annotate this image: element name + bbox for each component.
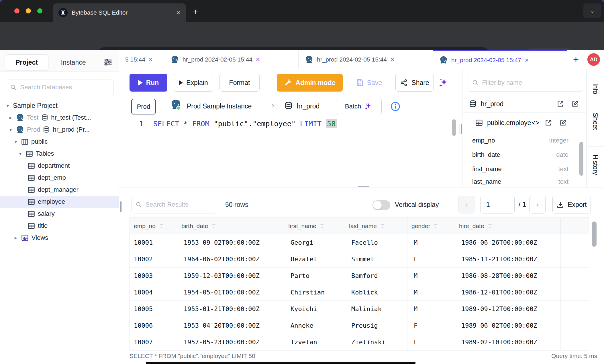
schema-filter[interactable]	[468, 74, 583, 92]
column-header[interactable]: first_name	[284, 218, 345, 234]
caret-right-icon[interactable]: ▸	[13, 235, 18, 241]
schema-table-row[interactable]: public.employe <>	[462, 115, 586, 130]
schema-scrollbar[interactable]	[579, 142, 583, 176]
edit-icon[interactable]	[571, 100, 579, 108]
sort-icon[interactable]	[158, 223, 165, 229]
admin-mode-button[interactable]: Admin mode	[277, 74, 343, 92]
sort-icon[interactable]	[211, 223, 217, 229]
caret-down-icon[interactable]: ▾	[13, 139, 18, 145]
format-button[interactable]: Format	[219, 74, 260, 92]
editor-tab[interactable]: hr_prod 2024-02-05 15:44 ×	[164, 50, 298, 69]
close-icon[interactable]: ×	[256, 56, 260, 64]
editor-tab-active[interactable]: hr_prod 2024-02-05 15:47 ×	[433, 50, 567, 69]
export-button[interactable]: Export	[552, 196, 591, 213]
zoom-window-button[interactable]	[37, 8, 42, 13]
results-scrollbar[interactable]	[592, 221, 597, 247]
schema-database-row[interactable]: hr_prod	[462, 96, 586, 111]
close-window-button[interactable]	[14, 8, 19, 13]
tree-item-tables-group[interactable]: ▾ Tables	[0, 148, 119, 160]
splitter-handle[interactable]	[358, 188, 369, 188]
breadcrumb-database[interactable]: hr_prod	[297, 102, 319, 110]
explain-button[interactable]: Explain	[174, 74, 213, 92]
column-header[interactable]: emp_no	[130, 218, 177, 234]
run-button[interactable]: Run	[130, 74, 167, 92]
sql-code-line[interactable]: SELECT * FROM "public"."employee" LIMIT …	[153, 120, 337, 128]
table-row[interactable]: 100021964-06-02T00:00:00ZBezalelSimmelF1…	[130, 251, 589, 268]
table-row[interactable]: 100031959-12-03T00:00:00ZPartoBamfordM19…	[130, 268, 589, 284]
tree-item-table[interactable]: salary	[0, 208, 119, 220]
column-header[interactable]: last_name	[345, 218, 407, 234]
column-header[interactable]: birth_date	[177, 218, 284, 234]
column-row[interactable]: emp_no integer	[462, 133, 577, 148]
editor-scrollbar[interactable]	[452, 119, 456, 136]
caret-down-icon[interactable]: ▾	[18, 151, 23, 157]
ai-sparkle-icon[interactable]	[438, 77, 449, 89]
table-row[interactable]: 100011953-09-02T00:00:00ZGeorgiFacelloM1…	[130, 234, 589, 251]
results-search[interactable]	[131, 196, 216, 213]
filter-by-name-input[interactable]	[482, 79, 579, 86]
caret-down-icon[interactable]: ▾	[5, 103, 10, 109]
sidebar-resize-handle[interactable]	[120, 201, 121, 212]
sidebar-resize-handle[interactable]	[121, 201, 122, 212]
caret-down-icon[interactable]: ▾	[8, 127, 13, 133]
next-page-button[interactable]: ›	[530, 196, 546, 213]
tab-history[interactable]: History	[586, 151, 604, 179]
tab-instance[interactable]: Instance	[53, 54, 93, 70]
filter-settings-icon[interactable]	[103, 57, 113, 67]
new-tab-button[interactable]: +	[193, 7, 198, 17]
column-header[interactable]: gender	[407, 218, 455, 234]
sort-icon[interactable]	[380, 223, 386, 229]
splitter-handle[interactable]	[358, 186, 369, 187]
tree-item-schema-public[interactable]: ▾ public	[0, 136, 119, 148]
page-number-input[interactable]	[480, 196, 515, 213]
table-row[interactable]: 100041954-05-01T00:00:00ZChirstianKoblic…	[130, 284, 589, 301]
tree-item-project[interactable]: ▾ Sample Project	[0, 100, 119, 112]
table-row[interactable]: 100051955-01-21T00:00:00ZKyoichiMaliniak…	[130, 301, 589, 317]
table-row[interactable]: 100061953-04-20T00:00:00ZAnnekePreusigF1…	[130, 317, 589, 334]
breadcrumb-instance[interactable]: Prod Sample Instance	[187, 102, 252, 110]
tree-item-test-db[interactable]: ▸ Test hr_test (Test...	[0, 112, 119, 124]
editor-tab[interactable]: 5 15:44 ×	[119, 50, 164, 69]
search-results-input[interactable]	[146, 201, 212, 208]
external-link-icon[interactable]	[544, 119, 552, 127]
sort-icon[interactable]	[487, 223, 493, 229]
editor-tab[interactable]: hr_prod 2024-02-05 15:44 ×	[298, 50, 433, 69]
batch-button[interactable]: Batch	[336, 98, 382, 115]
tab-search-chevron[interactable]: ⌄	[583, 3, 601, 18]
tree-item-table[interactable]: department	[0, 160, 119, 172]
sort-icon[interactable]	[319, 223, 325, 229]
prev-page-button[interactable]: ‹	[458, 196, 474, 213]
external-link-icon[interactable]	[556, 100, 564, 108]
table-row[interactable]: 100071957-05-23T00:00:00ZTzvetanZielinsk…	[130, 334, 589, 351]
edit-icon[interactable]	[559, 119, 567, 127]
sort-icon[interactable]	[433, 223, 439, 229]
tree-item-table[interactable]: title	[0, 220, 119, 232]
column-header[interactable]: hire_date	[455, 218, 561, 234]
close-tab-icon[interactable]: ×	[176, 8, 181, 17]
column-row[interactable]: first_name text	[462, 162, 577, 176]
tree-item-views-group[interactable]: ▸ Views	[0, 232, 119, 244]
browser-tab[interactable]: ♜ Bytebase SQL Editor ×	[53, 3, 186, 22]
vertical-display-toggle[interactable]	[372, 200, 390, 210]
panel-resize-handle[interactable]	[460, 124, 460, 134]
tree-item-table[interactable]: dept_emp	[0, 172, 119, 184]
environment-chip[interactable]: Prod	[131, 99, 156, 114]
close-icon[interactable]: ×	[525, 56, 529, 64]
save-button[interactable]: Save	[353, 74, 385, 92]
tree-item-table[interactable]: dept_manager	[0, 184, 119, 196]
column-row[interactable]: last_name text	[462, 176, 577, 187]
close-icon[interactable]: ×	[149, 56, 153, 64]
info-circle-icon[interactable]	[390, 101, 401, 112]
new-query-tab-button[interactable]: +	[573, 54, 579, 65]
search-databases-input[interactable]	[20, 84, 109, 91]
caret-right-icon[interactable]: ▸	[8, 115, 13, 121]
tab-info[interactable]: Info	[586, 75, 604, 102]
tab-sheet[interactable]: Sheet	[586, 109, 604, 133]
share-button[interactable]: Share	[395, 74, 434, 92]
tab-project[interactable]: Project	[5, 54, 48, 70]
database-search[interactable]	[6, 80, 114, 95]
panel-resize-handle[interactable]	[461, 124, 462, 134]
minimize-window-button[interactable]	[26, 8, 31, 13]
tree-item-prod-db[interactable]: ▾ Prod hr_prod (Pr...	[0, 124, 119, 136]
code-icon[interactable]: <>	[532, 119, 539, 127]
